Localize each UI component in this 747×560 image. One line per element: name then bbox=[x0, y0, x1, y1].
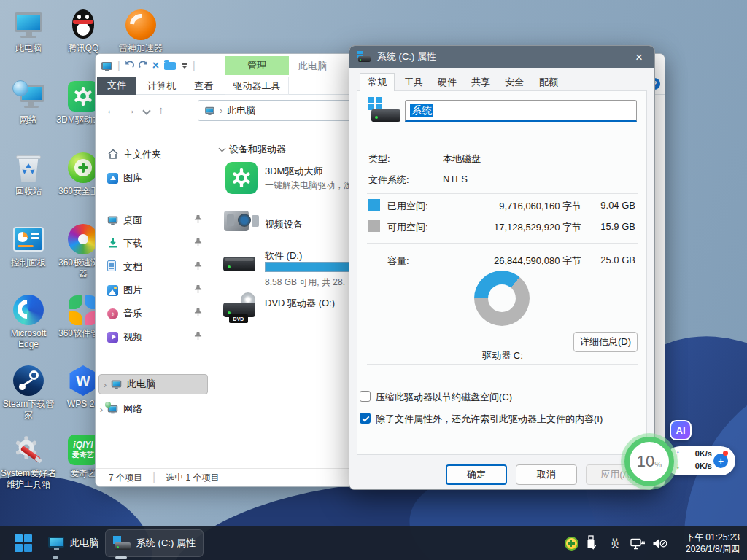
dialog-tab-security[interactable]: 安全 bbox=[498, 74, 530, 90]
cancel-button[interactable]: 取消 bbox=[516, 464, 577, 485]
tray-volume-muted-icon[interactable] bbox=[651, 537, 667, 549]
desktop-icon-leishen[interactable]: 雷神加速器 bbox=[112, 9, 169, 54]
sidebar-item-this-pc[interactable]: › 此电脑 bbox=[98, 374, 208, 394]
qq-icon bbox=[67, 9, 99, 41]
sidebar-item-label: 图片 bbox=[123, 284, 194, 297]
file-item-info: 8.58 GB 可用, 共 28. bbox=[265, 276, 345, 289]
breadcrumb-pc-icon bbox=[205, 107, 214, 114]
steam-icon bbox=[12, 365, 44, 397]
tab-drive-tools[interactable]: 驱动器工具 bbox=[225, 77, 289, 95]
desktop-icon-recycle-bin[interactable]: 回收站 bbox=[0, 152, 57, 197]
recent-locations-icon[interactable] bbox=[142, 106, 150, 114]
video-device-icon bbox=[224, 206, 259, 237]
music-icon: ♪ bbox=[107, 308, 123, 319]
back-icon[interactable]: ← bbox=[106, 104, 117, 116]
file-item-title: 3DM驱动大师 bbox=[265, 165, 322, 178]
sidebar-item-downloads[interactable]: 下载 bbox=[96, 233, 212, 254]
sidebar-item-label: 音乐 bbox=[123, 307, 194, 320]
sidebar-item-documents[interactable]: 文档 bbox=[96, 257, 212, 277]
dialog-tab-hardware[interactable]: 硬件 bbox=[431, 74, 463, 90]
start-button[interactable] bbox=[15, 534, 32, 552]
sidebar-item-gallery[interactable]: 图库 bbox=[96, 168, 212, 188]
section-collapse-icon[interactable] bbox=[219, 145, 226, 152]
tab-view[interactable]: 查看 bbox=[187, 77, 220, 95]
sidebar-item-pictures[interactable]: 图片 bbox=[96, 280, 212, 300]
index-checkbox[interactable] bbox=[360, 413, 371, 424]
window-title: 此电脑 bbox=[298, 60, 327, 73]
ok-button[interactable]: 确定 bbox=[446, 464, 507, 485]
dialog-close-icon[interactable]: × bbox=[631, 51, 647, 63]
file-item-title: 视频设备 bbox=[265, 218, 303, 231]
tray-360-icon[interactable] bbox=[564, 536, 578, 551]
desktop-icon-steam[interactable]: Steam下载管家 bbox=[0, 365, 57, 421]
desktop-icon-qq[interactable]: 腾讯QQ bbox=[55, 9, 112, 54]
desktop-icon-label: 控制面板 bbox=[11, 257, 46, 268]
status-selected-count: 选中 1 个项目 bbox=[166, 472, 219, 484]
taskbar-button-this-pc[interactable]: 此电脑 bbox=[44, 529, 103, 557]
new-folder-icon[interactable] bbox=[164, 62, 176, 70]
desktop-icon-network[interactable]: 网络 bbox=[0, 80, 57, 125]
desktop-icon-this-pc[interactable]: 此电脑 bbox=[0, 9, 57, 54]
tab-computer[interactable]: 计算机 bbox=[141, 77, 182, 95]
breadcrumb[interactable]: 此电脑 bbox=[227, 104, 255, 117]
tray-ime-indicator[interactable]: 英 bbox=[608, 537, 622, 551]
pin-icon bbox=[194, 308, 202, 319]
taskbar-indicator bbox=[115, 556, 127, 559]
separator: | bbox=[117, 60, 120, 71]
used-space-bytes: 9,716,060,160 字节 bbox=[459, 200, 581, 213]
sidebar-item-label: 此电脑 bbox=[127, 378, 207, 391]
free-space-size: 15.9 GB bbox=[590, 221, 635, 232]
ribbon-context-header[interactable]: 管理 bbox=[225, 56, 289, 75]
desktop-icon-label: 此电脑 bbox=[15, 43, 42, 54]
sidebar-item-home[interactable]: 主文件夹 bbox=[96, 144, 212, 165]
filesystem-value: NTFS bbox=[443, 174, 468, 184]
divider bbox=[103, 357, 205, 357]
section-header[interactable]: 设备和驱动器 bbox=[229, 143, 286, 156]
desktop-icon-microsoft-edge[interactable]: Microsoft Edge bbox=[0, 294, 57, 350]
desktop-icon-control-panel[interactable]: 控制面板 bbox=[0, 223, 57, 268]
dialog-tab-tools[interactable]: 工具 bbox=[398, 74, 430, 90]
customize-toolbar-icon[interactable] bbox=[182, 63, 187, 69]
tray-clock[interactable]: 下午 01:25:23 2026/1/8/周四 bbox=[686, 532, 740, 555]
redo-icon[interactable] bbox=[138, 59, 149, 72]
add-button[interactable]: + bbox=[713, 454, 728, 468]
type-value: 本地磁盘 bbox=[443, 152, 481, 166]
dialog-title: 系统 (C:) 属性 bbox=[377, 50, 436, 63]
expand-chevron-icon[interactable]: › bbox=[99, 379, 111, 390]
desktop-icon-system-toolbox[interactable]: System爱好者维护工具箱 bbox=[0, 434, 57, 490]
sidebar-item-videos[interactable]: 视频 bbox=[96, 327, 212, 347]
filesystem-label: 文件系统: bbox=[368, 174, 409, 187]
file-item-title: DVD 驱动器 (O:) bbox=[265, 297, 335, 310]
details-button[interactable]: 详细信息(D) bbox=[573, 332, 638, 352]
tray-network-icon[interactable] bbox=[629, 537, 646, 551]
dialog-tab-quota[interactable]: 配额 bbox=[532, 74, 565, 90]
sidebar-item-music[interactable]: ♪ 音乐 bbox=[96, 303, 212, 324]
desktop-icon-label: 腾讯QQ bbox=[68, 43, 99, 54]
sidebar-item-desktop[interactable]: 桌面 bbox=[96, 210, 212, 230]
undo-icon[interactable] bbox=[124, 59, 135, 72]
dialog-tab-general[interactable]: 常规 bbox=[360, 73, 395, 91]
dialog-titlebar: 系统 (C:) 属性 × bbox=[349, 46, 654, 68]
toolbox-icon bbox=[12, 434, 44, 466]
network-speed-widget[interactable]: ↑ 0K/s ↓ 0K/s + bbox=[665, 446, 735, 475]
optimization-ball[interactable]: 10% bbox=[624, 437, 674, 486]
desktop-folder-icon bbox=[107, 215, 123, 226]
sidebar-item-network[interactable]: › 网络 bbox=[96, 399, 212, 419]
download-arrow-icon: ↓ bbox=[676, 461, 680, 471]
ai-assistant-badge[interactable]: AI bbox=[670, 420, 692, 440]
volume-label-input[interactable]: 系统 bbox=[405, 100, 637, 122]
home-icon bbox=[107, 148, 123, 162]
free-space-label: 可用空间: bbox=[387, 221, 428, 234]
taskbar-button-properties[interactable]: 系统 (C:) 属性 bbox=[105, 529, 204, 557]
compress-checkbox[interactable] bbox=[360, 391, 371, 402]
delete-icon[interactable]: × bbox=[152, 60, 159, 71]
dialog-tab-sharing[interactable]: 共享 bbox=[465, 74, 497, 90]
leishen-icon bbox=[125, 9, 157, 41]
index-checkbox-label: 除了文件属性外，还允许索引此驱动器上文件的内容(I) bbox=[376, 413, 603, 426]
tray-usb-icon[interactable] bbox=[585, 534, 597, 552]
pin-icon bbox=[194, 284, 202, 296]
forward-icon[interactable]: → bbox=[125, 104, 136, 116]
tab-file[interactable]: 文件 bbox=[97, 77, 136, 95]
sidebar-item-label: 桌面 bbox=[123, 214, 194, 227]
up-icon[interactable]: ↑ bbox=[158, 104, 164, 116]
